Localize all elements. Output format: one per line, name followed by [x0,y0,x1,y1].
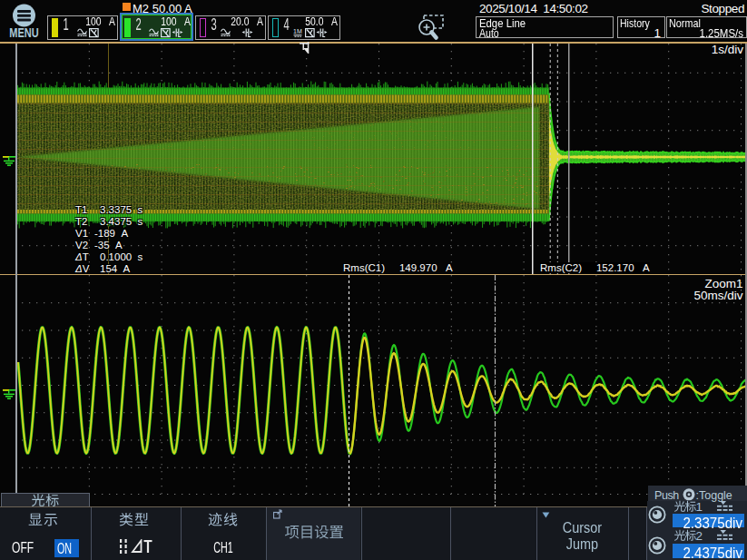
svg-text:1M: 1M [293,28,302,34]
svg-text:MENU: MENU [9,25,38,40]
